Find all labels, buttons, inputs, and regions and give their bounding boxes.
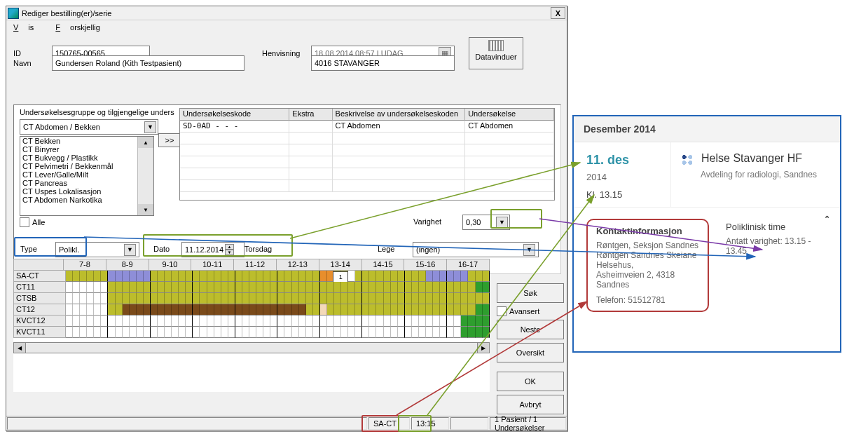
- navn-field[interactable]: Gundersen Roland (Kith Testpasient): [52, 55, 244, 71]
- close-icon[interactable]: X: [551, 7, 565, 19]
- contact-box: Kontaktinformasjon Røntgen, Seksjon Sand…: [586, 219, 709, 312]
- appointment-slot[interactable]: 1: [333, 271, 348, 283]
- contact-line: Asheimveien 2, 4318 Sandnes: [596, 270, 699, 290]
- list-item[interactable]: CT Pelvimetri / Bekkenmål: [20, 162, 153, 170]
- action-column: Søk Avansert Neste Oversikt OK Avbryt: [497, 283, 553, 418]
- hour-col: 9-10: [149, 259, 192, 271]
- card-org: Helse Stavanger HF: [701, 152, 802, 164]
- col-desc: Beskrivelse av undersøkelseskoden: [333, 109, 466, 121]
- card-year: 2014: [586, 172, 663, 182]
- type-label: Type: [20, 245, 37, 253]
- edit-order-window: Rediger bestilling(er)/serie X Vis Forsk…: [6, 6, 567, 431]
- lege-combo[interactable]: (ingen)▼: [413, 242, 539, 257]
- schedule-row[interactable]: KVCT12: [13, 316, 490, 327]
- dato-label: Dato: [153, 245, 170, 253]
- list-item[interactable]: CT Binyrer: [20, 145, 153, 154]
- card-header: Desember 2014: [574, 116, 840, 142]
- avbryt-button[interactable]: Avbryt: [497, 395, 564, 414]
- schedule-row[interactable]: KVCT11: [13, 327, 490, 338]
- status-time: 13:15: [411, 417, 449, 430]
- statusbar: SA-CT 13:15 1 Pasient / 1 Undersøkelser: [6, 416, 567, 430]
- card-time: Kl. 13.15: [586, 189, 663, 200]
- exam-group-label: Undersøkelsesgruppe og tilgjengelige und…: [20, 108, 174, 116]
- hour-col: 7-8: [64, 259, 106, 271]
- poli-heading: Poliklinisk time: [726, 222, 824, 232]
- table-row[interactable]: SD-0AD - - - CT Abdomen CT Abdomen: [180, 121, 554, 133]
- room-label: KVCT11: [13, 327, 66, 338]
- list-item[interactable]: CT Pancreas: [20, 179, 153, 187]
- appointment-card: Desember 2014 11. des 2014 Kl. 13.15 Hel…: [572, 115, 841, 353]
- id-label: ID: [13, 49, 52, 57]
- exam-group-combo[interactable]: CT Abdomen / Bekken ▼: [20, 119, 158, 135]
- schedule-hscroll[interactable]: ◀ ▶: [13, 342, 490, 353]
- date-spinner[interactable]: ▲▼: [225, 244, 234, 255]
- type-combo[interactable]: Polikl.▼: [55, 242, 139, 257]
- schedule-grid[interactable]: 7-8 8-9 9-10 10-11 11-12 12-13 13-14 14-…: [13, 259, 490, 392]
- datavinduer-button[interactable]: Datavinduer: [469, 37, 523, 69]
- hour-col: 11-12: [234, 259, 277, 271]
- varighet-combo[interactable]: 0,30 ▼: [462, 215, 510, 230]
- scrollbar[interactable]: ▲ ▼: [137, 137, 153, 215]
- add-exam-button[interactable]: >>: [158, 133, 181, 147]
- schedule-row[interactable]: CT12: [13, 304, 490, 316]
- hour-col: 8-9: [106, 259, 149, 271]
- menu-forskjellig[interactable]: Forskjellig: [55, 23, 110, 32]
- contact-line: Røntgen, Seksjon Sandnes: [596, 240, 699, 250]
- poli-sub: Antatt varighet: 13.15 - 13.45: [726, 236, 824, 256]
- list-item[interactable]: CT Uspes Lokalisasjon: [20, 187, 153, 196]
- exam-table[interactable]: Undersøkelseskode Ekstra Beskrivelse av …: [179, 108, 555, 201]
- schedule-row[interactable]: CTSB: [13, 293, 490, 304]
- scroll-down-icon[interactable]: ▼: [138, 204, 153, 215]
- col-extra: Ekstra: [289, 109, 332, 121]
- exam-list[interactable]: CT Bekken CT Binyrer CT Bukvegg / Plasti…: [20, 136, 154, 216]
- scroll-up-icon[interactable]: ▲: [138, 137, 153, 148]
- sok-button[interactable]: Søk: [497, 283, 564, 303]
- contact-line: Røntgen Sandnes Skeiane Helsehus,: [596, 250, 699, 270]
- henvisning-bottom-field[interactable]: 4016 STAVANGER: [311, 55, 455, 71]
- alle-checkbox[interactable]: Alle: [20, 217, 45, 227]
- col-exam: Undersøkelse: [465, 109, 554, 121]
- dato-day: Torsdag: [244, 245, 272, 253]
- list-item[interactable]: CT Bekken: [20, 137, 153, 145]
- col-code: Undersøkelseskode: [180, 109, 289, 121]
- schedule-row[interactable]: CT11: [13, 282, 490, 293]
- hour-col: 13-14: [319, 259, 362, 271]
- room-label: CT12: [13, 304, 66, 316]
- hour-col: 10-11: [191, 259, 234, 271]
- chevron-down-icon[interactable]: ▼: [124, 244, 136, 256]
- varighet-label: Varighet: [413, 217, 441, 226]
- contact-heading: Kontaktinformasjon: [596, 226, 699, 236]
- chevron-down-icon[interactable]: ▼: [523, 244, 535, 256]
- org-logo-icon: [680, 153, 695, 167]
- window-titlebar: Rediger bestilling(er)/serie X: [6, 6, 567, 20]
- list-item[interactable]: CT Lever/Galle/Milt: [20, 170, 153, 179]
- henvisning-label: Henvisning: [262, 49, 311, 57]
- avansert-label: Avansert: [509, 307, 539, 316]
- room-label: SA-CT: [13, 271, 66, 282]
- room-label: CT11: [13, 282, 66, 293]
- list-item[interactable]: CT Bukvegg / Plastikk: [20, 154, 153, 162]
- expand-icon[interactable]: ⌃: [824, 215, 830, 224]
- chevron-down-icon[interactable]: ▼: [496, 217, 508, 229]
- status-summary: 1 Pasient / 1 Undersøkelser: [490, 417, 566, 430]
- avansert-checkbox[interactable]: [497, 306, 507, 316]
- menubar: Vis Forskjellig: [6, 20, 567, 33]
- room-label: CTSB: [13, 293, 66, 304]
- card-day: 11. des: [586, 154, 663, 168]
- card-dept: Avdeling for radiologi, Sandnes: [701, 170, 832, 179]
- app-icon: [8, 8, 19, 19]
- status-room: SA-CT: [368, 417, 410, 430]
- ok-button[interactable]: OK: [497, 372, 564, 391]
- menu-vis[interactable]: Vis: [13, 23, 43, 32]
- oversikt-button[interactable]: Oversikt: [497, 343, 564, 362]
- room-label: KVCT12: [13, 316, 66, 327]
- hour-col: 16-17: [447, 259, 490, 271]
- dato-field[interactable]: 11.12.2014 ▲▼: [181, 242, 244, 257]
- contact-line: Telefon: 51512781: [596, 295, 699, 305]
- chevron-down-icon[interactable]: ▼: [144, 121, 156, 133]
- schedule-row[interactable]: SA-CT1: [13, 271, 490, 282]
- scroll-right-icon[interactable]: ▶: [477, 342, 490, 353]
- list-item[interactable]: CT Abdomen Narkotika: [20, 196, 153, 204]
- neste-button[interactable]: Neste: [497, 320, 564, 339]
- scroll-left-icon[interactable]: ◀: [13, 342, 26, 353]
